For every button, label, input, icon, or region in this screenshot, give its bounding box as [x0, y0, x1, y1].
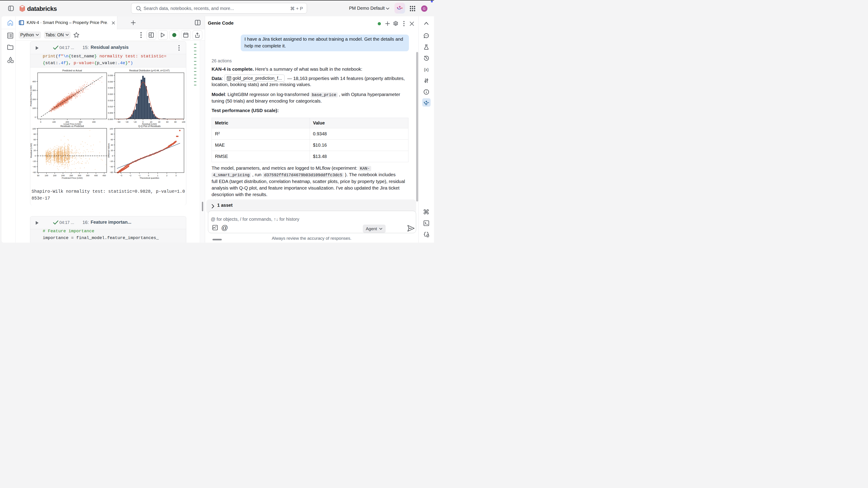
svg-text:Predicted Price (USD): Predicted Price (USD) — [30, 86, 32, 106]
svg-text:50: 50 — [37, 174, 39, 177]
svg-text:0: 0 — [112, 155, 113, 157]
svg-text:−2: −2 — [129, 174, 131, 177]
svg-text:0: 0 — [148, 174, 149, 177]
svg-text:60: 60 — [166, 121, 168, 123]
svg-text:0.025: 0.025 — [108, 87, 113, 89]
svg-text:0.000: 0.000 — [108, 118, 113, 121]
svg-text:80: 80 — [33, 133, 36, 135]
svg-text:100: 100 — [52, 121, 56, 123]
svg-text:−40: −40 — [32, 166, 36, 168]
svg-text:0.010: 0.010 — [108, 105, 113, 108]
svg-text:−3: −3 — [120, 174, 122, 177]
svg-text:0.035: 0.035 — [108, 74, 113, 76]
svg-text:0: 0 — [35, 116, 36, 119]
svg-text:0.030: 0.030 — [108, 80, 113, 83]
svg-text:0.015: 0.015 — [108, 99, 113, 102]
svg-text:300: 300 — [78, 174, 81, 177]
svg-text:−40: −40 — [110, 166, 113, 168]
svg-text:100: 100 — [45, 174, 48, 177]
svg-text:1: 1 — [157, 174, 158, 177]
svg-text:150: 150 — [53, 174, 56, 177]
svg-text:60: 60 — [33, 138, 36, 141]
svg-text:250: 250 — [69, 174, 73, 177]
svg-text:−20: −20 — [110, 160, 113, 162]
svg-text:3: 3 — [176, 174, 177, 177]
svg-text:Residuals vs Predicted: Residuals vs Predicted — [60, 125, 84, 127]
svg-text:80: 80 — [111, 133, 113, 135]
svg-text:400: 400 — [92, 121, 96, 123]
svg-text:0.020: 0.020 — [108, 93, 113, 95]
svg-text:0: 0 — [35, 155, 36, 157]
svg-text:80: 80 — [174, 121, 177, 123]
svg-text:40: 40 — [33, 144, 36, 146]
svg-text:Residual (USD): Residual (USD) — [142, 123, 157, 125]
svg-text:200: 200 — [32, 98, 36, 101]
svg-text:−40: −40 — [125, 121, 129, 123]
svg-text:100: 100 — [32, 128, 36, 130]
svg-text:−60: −60 — [110, 171, 113, 173]
svg-text:Actual Price (USD): Actual Price (USD) — [63, 123, 81, 125]
svg-text:Residual (USD): Residual (USD) — [30, 143, 32, 158]
svg-text:40: 40 — [111, 144, 113, 146]
svg-text:0.005: 0.005 — [108, 112, 113, 114]
svg-text:−20: −20 — [32, 160, 36, 162]
svg-text:350: 350 — [86, 174, 89, 177]
svg-text:0: 0 — [40, 121, 41, 123]
svg-text:60: 60 — [111, 138, 113, 141]
svg-text:Predicted vs Actual: Predicted vs Actual — [62, 69, 82, 72]
svg-text:20: 20 — [33, 149, 36, 152]
svg-text:400: 400 — [94, 174, 98, 177]
svg-text:Residual Distribution (μ=0.44,: Residual Distribution (μ=0.44, σ=13.47) — [129, 69, 169, 72]
svg-text:100: 100 — [182, 121, 185, 123]
svg-text:−60: −60 — [32, 171, 36, 173]
svg-text:−60: −60 — [117, 121, 121, 123]
svg-text:Q-Q Plot of Residuals: Q-Q Plot of Residuals — [138, 125, 161, 127]
svg-text:Ordered Values: Ordered Values — [107, 143, 110, 158]
svg-text:300: 300 — [32, 89, 36, 92]
svg-text:200: 200 — [61, 174, 65, 177]
svg-text:100: 100 — [110, 128, 113, 130]
svg-text:Theoretical quantiles: Theoretical quantiles — [140, 177, 159, 179]
svg-text:2: 2 — [166, 174, 167, 177]
svg-text:40: 40 — [158, 121, 160, 123]
svg-text:−20: −20 — [133, 121, 137, 123]
svg-text:20: 20 — [111, 149, 113, 152]
svg-text:Predicted Price (USD): Predicted Price (USD) — [62, 177, 83, 179]
svg-text:{x}: {x} — [424, 67, 429, 72]
svg-text:−1: −1 — [138, 174, 141, 177]
svg-text:450: 450 — [102, 174, 106, 177]
svg-text:400: 400 — [32, 80, 36, 83]
svg-text:100: 100 — [32, 107, 36, 109]
